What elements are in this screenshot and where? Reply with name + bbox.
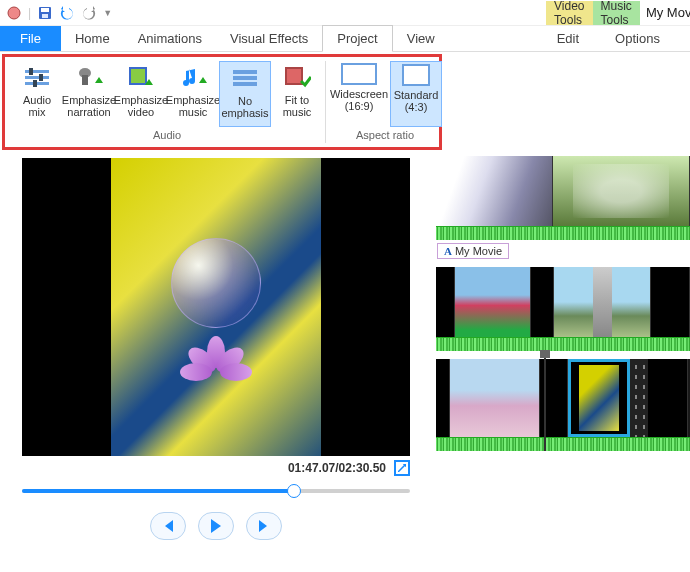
redo-icon[interactable] [81,5,97,21]
clip-thumb[interactable] [455,267,531,337]
fullscreen-icon[interactable] [394,460,410,476]
text-a-icon: A [444,245,452,257]
contextual-tab-video[interactable]: Video Tools [546,1,592,25]
tab-home[interactable]: Home [61,26,124,51]
window-title: My Movie - Movie M [646,5,690,20]
audio-track[interactable] [436,226,690,240]
svg-rect-16 [233,82,257,86]
svg-rect-18 [287,69,301,83]
timeline-row-1[interactable]: A My Movie [436,156,690,259]
tab-file[interactable]: File [0,26,61,51]
undo-icon[interactable] [59,5,75,21]
microphone-up-icon [73,63,105,91]
save-icon[interactable] [37,5,53,21]
timeline-row-3[interactable] [436,359,690,451]
label: No [238,95,252,107]
clip-thumb[interactable] [554,267,651,337]
label: music [179,106,208,118]
svg-rect-8 [39,74,43,81]
audio-track[interactable] [436,437,690,451]
audio-mix-button[interactable]: Audio mix [11,61,63,127]
ribbon-project: Audio mix Emphasize narration Emphasize … [2,54,442,150]
label: Widescreen [330,88,388,100]
svg-rect-5 [25,76,49,79]
group-label-audio: Audio [153,127,181,143]
tab-edit[interactable]: Edit [551,26,585,51]
preview-monitor[interactable] [22,158,410,456]
emphasize-music-button[interactable]: Emphasize music [167,61,219,127]
label: Emphasize [166,94,220,106]
film-strip[interactable] [630,359,648,437]
label: emphasis [221,107,268,119]
group-label-aspect: Aspect ratio [356,127,414,143]
label: Emphasize [114,94,168,106]
label: Audio [23,94,51,106]
tab-visual-effects[interactable]: Visual Effects [216,26,322,51]
playhead[interactable] [544,355,546,451]
label: (4:3) [405,101,428,113]
audio-track[interactable] [436,337,690,351]
film-check-icon [281,63,313,91]
ribbon-tabs: File Home Animations Visual Effects Proj… [0,26,690,52]
contextual-tabs: Video Tools Music Tools [546,1,640,25]
playback-controls [150,512,282,540]
svg-rect-7 [29,68,33,75]
timeline-pane[interactable]: A My Movie [432,152,690,572]
svg-rect-11 [82,75,88,85]
bubble-graphic [171,238,261,328]
clip-thumb[interactable] [436,156,553,226]
caption-text: My Movie [455,245,502,257]
no-emphasis-button[interactable]: No emphasis [219,61,271,127]
svg-point-0 [8,7,20,19]
caption-clip[interactable]: A My Movie [437,243,509,259]
tab-options[interactable]: Options [609,26,666,51]
svg-rect-4 [25,70,49,73]
clip-thumb[interactable] [436,267,455,337]
play-button[interactable] [198,512,234,540]
label: narration [67,106,110,118]
svg-rect-13 [131,69,145,83]
clip-thumb[interactable] [436,359,450,437]
widescreen-button[interactable]: Widescreen (16:9) [328,61,390,127]
seek-slider[interactable] [22,484,410,498]
qat-separator: | [28,6,31,20]
svg-rect-2 [41,8,49,12]
clip-thumb-selected[interactable] [568,359,630,437]
previous-frame-button[interactable] [150,512,186,540]
emphasize-video-button[interactable]: Emphasize video [115,61,167,127]
clip-thumb[interactable] [531,267,554,337]
tab-view[interactable]: View [393,26,449,51]
label: (16:9) [345,100,374,112]
seek-thumb[interactable] [287,484,301,498]
fit-to-music-button[interactable]: Fit to music [271,61,323,127]
qat-dropdown-icon[interactable]: ▼ [103,8,112,18]
clip-thumb[interactable] [553,156,690,226]
timeline-row-2[interactable] [436,267,690,351]
tab-project[interactable]: Project [322,25,392,52]
emphasize-narration-button[interactable]: Emphasize narration [63,61,115,127]
label: video [128,106,154,118]
equal-bars-icon [229,64,261,92]
app-icon [6,5,22,21]
svg-rect-9 [33,80,37,87]
clip-thumb[interactable] [450,359,540,437]
svg-rect-15 [233,76,257,80]
svg-rect-14 [233,70,257,74]
label: mix [28,106,45,118]
film-up-icon [125,63,157,91]
title-bar: | ▼ Video Tools Music Tools My Movie - M… [0,0,690,26]
svg-rect-3 [42,14,48,18]
clip-thumb[interactable] [648,359,688,437]
quick-access-toolbar: | ▼ [0,5,118,21]
main-area: 01:47.07/02:30.50 A My Movie [0,152,690,572]
tab-animations[interactable]: Animations [124,26,216,51]
preview-pane: 01:47.07/02:30.50 [0,152,432,572]
ribbon-group-aspect-ratio: Widescreen (16:9) Standard (4:3) Aspect … [326,61,444,143]
label: music [283,106,312,118]
contextual-tab-music[interactable]: Music Tools [593,1,640,25]
sliders-icon [21,63,53,91]
ribbon-group-audio: Audio mix Emphasize narration Emphasize … [9,61,326,143]
standard-button[interactable]: Standard (4:3) [390,61,442,127]
next-frame-button[interactable] [246,512,282,540]
clip-thumb[interactable] [651,267,690,337]
